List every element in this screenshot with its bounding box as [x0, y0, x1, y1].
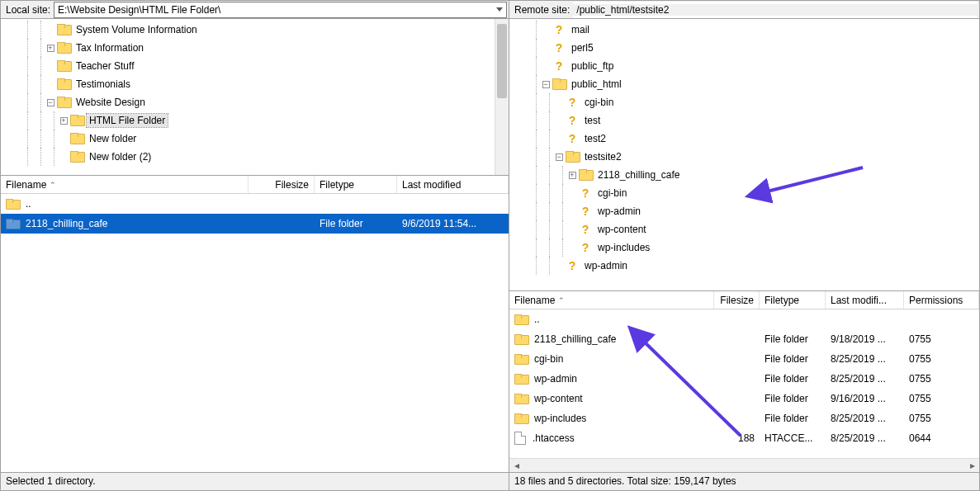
tree-item-label: Tax Information: [73, 41, 146, 54]
tree-item[interactable]: −Website Design: [4, 93, 509, 111]
tree-item[interactable]: ?wp-admin: [513, 202, 979, 220]
file-row[interactable]: wp-contentFile folder9/16/2019 ...0755: [509, 389, 979, 408]
tree-expander[interactable]: [566, 241, 579, 254]
tree-expander[interactable]: [539, 41, 552, 54]
tree-item[interactable]: ?wp-admin: [513, 257, 979, 275]
unknown-icon: ?: [579, 241, 592, 254]
col-modified[interactable]: Last modified: [397, 176, 509, 193]
chevron-down-icon[interactable]: [493, 2, 506, 17]
folder-icon: [552, 78, 566, 90]
tree-item-label: wp-admin: [582, 259, 630, 272]
tree-item[interactable]: −testsite2: [513, 148, 979, 166]
col-filename-r[interactable]: Filename⌃: [509, 291, 714, 309]
local-path-combo[interactable]: [54, 2, 507, 18]
local-path-input[interactable]: [54, 4, 493, 16]
tree-item[interactable]: −public_html: [513, 75, 979, 93]
tree-expander[interactable]: +: [57, 114, 70, 127]
scroll-left-icon[interactable]: ◂: [509, 460, 523, 472]
tree-item[interactable]: ?test: [513, 111, 979, 130]
remote-tree[interactable]: ?mail?perl5?public_ftp−public_html?cgi-b…: [509, 19, 979, 291]
col-modified-r[interactable]: Last modifi...: [826, 291, 904, 309]
col-filetype-r[interactable]: Filetype: [760, 291, 826, 309]
tree-item[interactable]: System Volume Information: [4, 21, 509, 39]
sort-caret-icon: ⌃: [50, 181, 56, 189]
tree-expander[interactable]: −: [539, 78, 552, 91]
tree-expander[interactable]: [44, 78, 57, 91]
tree-expander[interactable]: [57, 132, 70, 145]
file-row[interactable]: ..: [509, 309, 979, 329]
tree-expander[interactable]: −: [44, 96, 57, 109]
col-filename[interactable]: Filename⌃: [1, 176, 249, 193]
col-filesize[interactable]: Filesize: [249, 176, 315, 193]
tree-item-label: mail: [569, 23, 592, 36]
tree-item-label: System Volume Information: [73, 23, 200, 36]
remote-file-list: Filename⌃ Filesize Filetype Last modifi.…: [509, 291, 979, 472]
tree-item[interactable]: New folder (2): [4, 148, 509, 166]
remote-path-text[interactable]: [573, 2, 978, 18]
tree-item[interactable]: ?perl5: [513, 39, 979, 57]
remote-path-input[interactable]: [573, 4, 978, 16]
tree-expander[interactable]: [539, 59, 552, 73]
file-row[interactable]: wp-includesFile folder8/25/2019 ...0755: [509, 408, 979, 428]
file-row[interactable]: cgi-binFile folder8/25/2019 ...0755: [509, 349, 979, 369]
file-row[interactable]: wp-adminFile folder8/25/2019 ...0755: [509, 369, 979, 389]
tree-expander[interactable]: [566, 205, 579, 218]
tree-item[interactable]: +Tax Information: [4, 39, 509, 57]
local-columns: Filename⌃ Filesize Filetype Last modifie…: [1, 176, 509, 194]
file-row[interactable]: 2118_chilling_cafeFile folder9/18/2019 .…: [509, 329, 979, 349]
tree-expander[interactable]: +: [44, 41, 57, 54]
unknown-icon: ?: [579, 223, 592, 236]
tree-item[interactable]: ?mail: [513, 21, 979, 39]
tree-expander[interactable]: [44, 23, 57, 36]
tree-item[interactable]: New folder: [4, 130, 509, 148]
local-file-list: Filename⌃ Filesize Filetype Last modifie…: [1, 176, 509, 472]
unknown-icon: ?: [566, 259, 579, 272]
tree-item[interactable]: Teacher Stuff: [4, 57, 509, 75]
col-filetype[interactable]: Filetype: [315, 176, 397, 193]
local-tree[interactable]: System Volume Information+Tax Informatio…: [1, 19, 509, 176]
tree-item[interactable]: ?wp-includes: [513, 238, 979, 257]
unknown-icon: ?: [579, 186, 592, 200]
tree-expander[interactable]: −: [552, 150, 566, 163]
tree-item-label: New folder (2): [87, 150, 154, 163]
tree-expander[interactable]: [44, 59, 57, 73]
tree-expander[interactable]: [552, 132, 566, 145]
remote-path-row: Remote site:: [509, 1, 979, 19]
tree-item[interactable]: ?wp-content: [513, 220, 979, 238]
tree-item[interactable]: ?public_ftp: [513, 57, 979, 75]
folder-icon: [70, 115, 83, 126]
file-row[interactable]: .htaccess188HTACCE...8/25/2019 ...0644: [509, 428, 979, 448]
tree-expander[interactable]: +: [566, 168, 579, 182]
tree-item[interactable]: +HTML File Folder: [4, 111, 509, 130]
folder-icon: [579, 169, 592, 181]
col-permissions-r[interactable]: Permissions: [904, 291, 979, 309]
svg-marker-0: [496, 7, 503, 12]
local-path-row: Local site:: [1, 1, 509, 19]
tree-expander[interactable]: [566, 186, 579, 200]
tree-item-label: public_ftp: [569, 59, 616, 73]
tree-expander[interactable]: [552, 96, 566, 109]
file-row[interactable]: ..: [1, 194, 509, 214]
file-permissions: 0755: [904, 393, 979, 404]
file-type: File folder: [315, 218, 397, 229]
tree-item[interactable]: ?cgi-bin: [513, 93, 979, 111]
unknown-icon: ?: [566, 132, 579, 145]
scrollbar-horizontal[interactable]: ◂ ▸: [509, 458, 979, 472]
tree-expander[interactable]: [539, 23, 552, 36]
tree-item[interactable]: ?cgi-bin: [513, 184, 979, 202]
tree-item[interactable]: Testimonials: [4, 75, 509, 93]
tree-expander[interactable]: [57, 150, 70, 163]
tree-expander[interactable]: [566, 223, 579, 236]
tree-item[interactable]: ?test2: [513, 130, 979, 148]
col-filesize-r[interactable]: Filesize: [714, 291, 760, 309]
tree-expander[interactable]: [552, 259, 566, 272]
tree-expander[interactable]: [552, 114, 566, 127]
file-type: File folder: [760, 413, 826, 424]
tree-item-label: public_html: [569, 78, 624, 91]
file-row[interactable]: 2118_chilling_cafeFile folder9/6/2019 11…: [1, 214, 509, 234]
scroll-right-icon[interactable]: ▸: [965, 460, 979, 472]
local-site-label: Local site:: [1, 4, 54, 16]
tree-item-label: wp-content: [595, 223, 649, 236]
scrollbar-vertical[interactable]: [495, 19, 509, 175]
tree-item[interactable]: +2118_chilling_cafe: [513, 166, 979, 184]
